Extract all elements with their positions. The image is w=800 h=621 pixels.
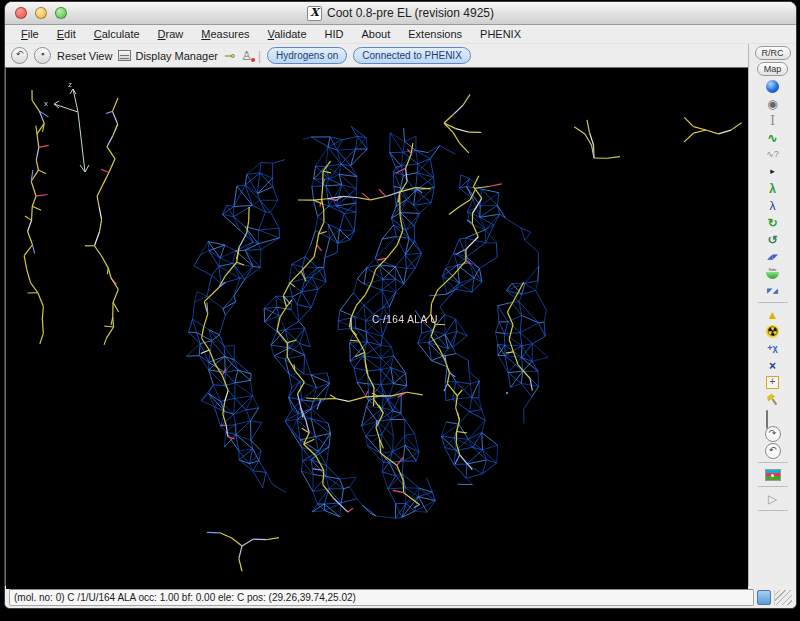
delete-item-icon[interactable] — [749, 408, 796, 425]
regularize-icon[interactable]: ◉ — [749, 95, 796, 112]
torsion-general-icon[interactable]: ↻ — [749, 214, 796, 231]
menu-measures[interactable]: Measures — [193, 27, 257, 41]
menu-phenix[interactable]: PHENIX — [472, 27, 529, 41]
status-blue-chip[interactable] — [757, 590, 771, 605]
flip-peptide-icon[interactable]: ◢◤ — [749, 248, 796, 265]
menu-validate[interactable]: Validate — [260, 27, 315, 41]
edit-chi-angles-icon[interactable]: λ — [749, 197, 796, 214]
brush-icon[interactable] — [749, 391, 796, 408]
zoom-button[interactable] — [55, 7, 67, 19]
reset-view-label: Reset View — [57, 50, 112, 62]
main-area: ↶ ▪ Reset View Display Manager ⊸ ♙ | Hyd… — [5, 44, 796, 586]
run-script-icon[interactable]: ▷ — [749, 490, 796, 507]
redo-icon[interactable]: ↷ — [749, 425, 796, 442]
rrc-button[interactable]: R/RC — [755, 46, 791, 60]
side-chain-flip-icon[interactable]: Side — [749, 265, 796, 282]
rotate-translate-zone-icon[interactable]: ∿ — [749, 129, 796, 146]
jed-flip-icon[interactable]: ◤◢ — [749, 282, 796, 299]
rotamers-icon[interactable]: λ — [749, 180, 796, 197]
menu-bar: FileEditCalculateDrawMeasuresValidateHID… — [5, 25, 796, 44]
phenix-connection-button[interactable]: Connected to PHENIX — [353, 47, 471, 64]
status-bar: (mol. no: 0) C /1/U/164 ALA occ: 1.00 bf… — [5, 586, 796, 608]
window-title: X Coot 0.8-pre EL (revision 4925) — [307, 6, 494, 21]
right-toolbar: R/RC Map ◉I∿∿?▸λλ↻↺◢◤Side◤◢▲☢+χ×+↷↶▷ — [748, 44, 796, 586]
pointer-triangle-icon[interactable]: ▸ — [749, 163, 796, 180]
close-button[interactable] — [15, 7, 27, 19]
resize-grip[interactable] — [774, 590, 792, 605]
pawn-glyph: ♙ — [241, 49, 252, 63]
reset-view-button[interactable]: Reset View — [57, 50, 112, 62]
delete-atom-icon[interactable]: × — [749, 357, 796, 374]
content-column: ↶ ▪ Reset View Display Manager ⊸ ♙ | Hyd… — [5, 44, 748, 586]
toolbar-separator: | — [258, 48, 261, 63]
go-to-atom-icon[interactable]: ⊸ — [224, 48, 235, 63]
refine-sphere-icon[interactable] — [749, 78, 796, 95]
mutate-icon[interactable]: ☢ — [749, 323, 796, 340]
separator — [749, 507, 796, 514]
hydrogen-atom-icon[interactable]: ♙ — [241, 49, 252, 63]
menu-draw[interactable]: Draw — [150, 27, 192, 41]
menu-about[interactable]: About — [354, 27, 399, 41]
minimize-button[interactable] — [35, 7, 47, 19]
stop-view-button[interactable]: ▪ — [34, 47, 51, 64]
menu-extensions[interactable]: Extensions — [400, 27, 470, 41]
add-alt-conf-icon[interactable]: +χ — [749, 340, 796, 357]
toolbar: ↶ ▪ Reset View Display Manager ⊸ ♙ | Hyd… — [5, 44, 748, 67]
menu-file[interactable]: File — [13, 27, 47, 41]
atom-label: C /164 ALA U — [372, 314, 438, 325]
traffic-lights — [15, 7, 67, 19]
x11-icon: X — [307, 6, 322, 21]
menu-calculate[interactable]: Calculate — [86, 27, 148, 41]
map-button[interactable]: Map — [757, 62, 789, 76]
hydrogens-toggle-button[interactable]: Hydrogens on — [267, 47, 347, 64]
molecular-viewport[interactable] — [6, 68, 748, 589]
menu-edit[interactable]: Edit — [49, 27, 84, 41]
rigid-body-fit-icon[interactable]: I — [749, 112, 796, 129]
window-title-text: Coot 0.8-pre EL (revision 4925) — [327, 6, 494, 20]
edit-backbone-torsion-icon[interactable]: ↺ — [749, 231, 796, 248]
separator — [749, 459, 796, 466]
separator — [749, 483, 796, 490]
menu-hid[interactable]: HID — [317, 27, 352, 41]
add-terminal-residue-icon[interactable]: ▲ — [749, 306, 796, 323]
separator — [749, 299, 796, 306]
auto-fit-rotamer-icon[interactable]: ∿? — [749, 146, 796, 163]
previous-view-button[interactable]: ↶ — [11, 47, 28, 64]
display-manager-icon — [118, 50, 131, 61]
status-text: (mol. no: 0) C /1/U/164 ALA occ: 1.00 bf… — [9, 589, 754, 606]
title-bar[interactable]: X Coot 0.8-pre EL (revision 4925) — [5, 2, 796, 25]
flag-icon[interactable] — [749, 466, 796, 483]
coot-window: X Coot 0.8-pre EL (revision 4925) FileEd… — [4, 1, 797, 609]
find-blobs-icon[interactable]: + — [749, 374, 796, 391]
undo-icon[interactable]: ↶ — [749, 442, 796, 459]
display-manager-label: Display Manager — [135, 50, 218, 62]
gl-canvas-area[interactable]: C /164 ALA U — [5, 67, 748, 586]
display-manager-button[interactable]: Display Manager — [118, 50, 218, 62]
